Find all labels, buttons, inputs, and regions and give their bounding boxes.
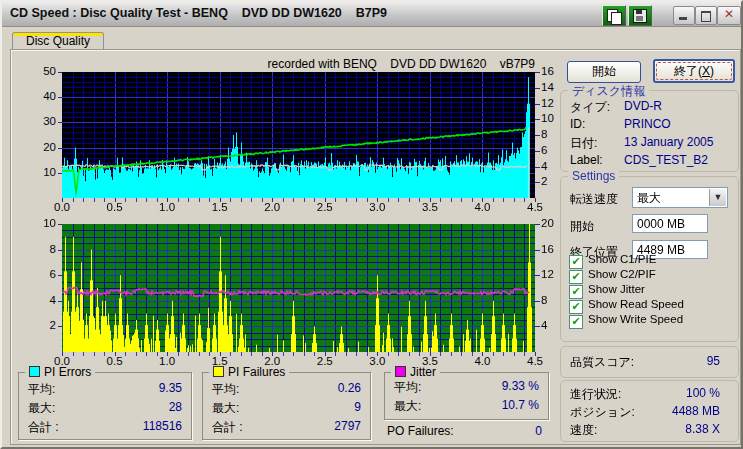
speed-value: 8.38 X: [685, 422, 720, 436]
avg-label: 平均:: [212, 381, 239, 398]
axis-label: 50: [26, 65, 56, 77]
quality-score-value: 95: [707, 354, 720, 368]
axis-tick: [482, 352, 483, 356]
axis-label: 3.5: [415, 201, 445, 213]
axis-tick: [535, 352, 536, 356]
checkbox-show-write-speed[interactable]: ✔Show Write Speed: [569, 313, 683, 327]
total-value: 2797: [334, 419, 361, 433]
axis-tick: [325, 352, 326, 356]
axis-tick: [535, 167, 540, 168]
pi-errors-chart: [62, 72, 535, 198]
axis-tick: [167, 198, 168, 202]
close-button[interactable]: ✕: [717, 6, 741, 25]
title-bar: CD Speed : Disc Quality Test - BENQ DVD …: [2, 2, 741, 27]
axis-tick: [272, 198, 273, 202]
max-value: 28: [169, 400, 182, 414]
max-label: 最大:: [394, 398, 421, 415]
chart-header: recorded with BENQ DVD DD DW1620 vB7P9: [202, 57, 535, 71]
pi-errors-legend-swatch: [29, 366, 40, 377]
checkbox-show-c1-pie[interactable]: ✔Show C1/PIE: [569, 253, 656, 267]
start-position-field[interactable]: 0000 MB: [632, 214, 708, 233]
maximize-button[interactable]: [695, 6, 717, 25]
disc-date-label: 日付:: [570, 135, 597, 152]
axis-label: 16: [541, 65, 567, 77]
axis-tick: [535, 135, 540, 136]
axis-label: 4.0: [467, 201, 497, 213]
axis-tick: [58, 97, 62, 98]
jitter-legend-swatch: [395, 366, 406, 377]
save-button[interactable]: [628, 5, 652, 26]
axis-tick: [58, 275, 62, 276]
disc-label-value: CDS_TEST_B2: [624, 153, 708, 167]
total-label: 合計 :: [212, 419, 243, 436]
po-failures-value: 0: [535, 424, 542, 438]
po-failures-row: PO Failures: 0: [387, 424, 542, 440]
axis-tick: [535, 250, 540, 251]
axis-tick: [58, 224, 62, 225]
disc-type-label: タイプ:: [570, 99, 610, 116]
axis-tick: [535, 151, 540, 152]
axis-tick: [535, 119, 540, 120]
axis-tick: [482, 198, 483, 202]
axis-tick: [535, 198, 536, 202]
axis-label: 2: [26, 319, 56, 331]
axis-label: 4: [26, 294, 56, 306]
axis-tick: [430, 198, 431, 202]
axis-label: 2.0: [257, 201, 287, 213]
disc-info-group: ディスク情報 タイプ:DVD-R ID:PRINCO 日付:13 January…: [560, 90, 739, 172]
copy-icon: [611, 12, 622, 25]
axis-label: 2.5: [310, 355, 340, 367]
pi-failures-stats-box: PI Failures 平均:0.26 最大:9 合計 :2797: [202, 372, 371, 440]
axis-tick: [58, 301, 62, 302]
window-title: CD Speed : Disc Quality Test - BENQ DVD …: [10, 6, 387, 20]
minimize-button[interactable]: [673, 6, 695, 25]
position-label: ポジション:: [570, 404, 635, 421]
axis-tick: [377, 198, 378, 202]
start-position-label: 開始: [570, 218, 594, 235]
disc-id-label: ID:: [570, 117, 585, 131]
copy-to-clipboard-button[interactable]: [602, 5, 626, 26]
jitter-title: Jitter: [410, 365, 436, 379]
disc-label-label: Label:: [570, 153, 603, 167]
axis-label: 4.5: [520, 201, 550, 213]
axis-tick: [62, 352, 63, 356]
axis-tick: [58, 148, 62, 149]
checkbox-show-jitter[interactable]: ✔Show Jitter: [569, 283, 645, 297]
axis-tick: [535, 275, 540, 276]
progress-label: 進行状況:: [570, 386, 621, 403]
axis-label: 6: [26, 268, 56, 280]
chevron-down-icon[interactable]: ▼: [709, 189, 726, 206]
axis-label: 30: [26, 115, 56, 127]
axis-tick: [58, 250, 62, 251]
avg-label: 平均:: [28, 381, 55, 398]
max-value: 9: [354, 400, 361, 414]
axis-label: 2.5: [310, 201, 340, 213]
max-value: 10.7 %: [502, 398, 539, 412]
avg-value: 9.33 %: [502, 379, 539, 393]
speed-combobox[interactable]: 最大 ▼: [632, 187, 728, 208]
progress-group: 進行状況:100 % ポジション:4488 MB 速度:8.38 X: [560, 380, 739, 442]
axis-tick: [325, 198, 326, 202]
axis-tick: [58, 122, 62, 123]
checkbox-show-read-speed[interactable]: ✔Show Read Speed: [569, 298, 684, 312]
axis-tick: [58, 173, 62, 174]
x-axis-ticks: [62, 352, 536, 356]
speed-label: 転送速度: [570, 191, 618, 208]
axis-label: 0.5: [100, 355, 130, 367]
checkmark-icon: ✔: [569, 255, 583, 269]
exit-button[interactable]: 終了(X): [653, 59, 735, 83]
quality-score-label: 品質スコア:: [570, 354, 634, 371]
start-button[interactable]: 開始: [567, 61, 641, 83]
minimize-icon: [679, 17, 687, 20]
axis-label: 3.0: [362, 355, 392, 367]
axis-tick: [220, 198, 221, 202]
max-label: 最大:: [28, 400, 55, 417]
pi-failures-legend-swatch: [213, 366, 224, 377]
checkbox-show-c2-pif[interactable]: ✔Show C2/PIF: [569, 268, 656, 282]
avg-value: 9.35: [159, 381, 182, 395]
axis-tick: [535, 182, 540, 183]
axis-tick: [62, 198, 63, 202]
axis-tick: [535, 224, 540, 225]
avg-label: 平均:: [394, 379, 421, 396]
axis-tick: [377, 352, 378, 356]
